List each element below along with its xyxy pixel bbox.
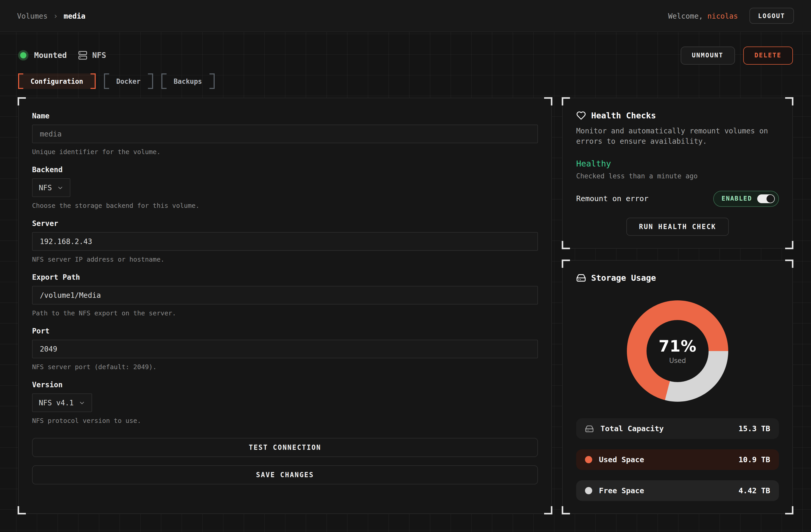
tab-docker[interactable]: Docker	[104, 74, 153, 89]
legend-label: Total Capacity	[600, 424, 663, 433]
remount-on-error-label: Remount on error	[576, 194, 648, 203]
unmount-button[interactable]: UNMOUNT	[680, 46, 735, 64]
backend-field-group: Backend NFS Choose the storage backend f…	[32, 166, 538, 209]
storage-donut-chart: 71% Used	[627, 300, 728, 402]
storage-title-row: Storage Usage	[576, 273, 779, 283]
corner-bracket-icon	[562, 241, 570, 249]
chevron-down-icon	[79, 400, 86, 406]
breadcrumb-current: media	[64, 12, 85, 20]
version-label: Version	[32, 380, 538, 389]
server-icon	[78, 51, 88, 60]
port-helper: NFS server port (default: 2049).	[32, 363, 538, 371]
legend-value: 10.9 TB	[739, 455, 770, 464]
legend-label: Used Space	[599, 455, 644, 464]
corner-bracket-icon	[562, 259, 570, 268]
export-path-label: Export Path	[32, 273, 538, 281]
storage-legend: Total Capacity 15.3 TB Used Space 10.9 T…	[576, 418, 779, 501]
export-path-helper: Path to the NFS export on the server.	[32, 309, 538, 317]
status-left: Mounted NFS	[18, 50, 106, 61]
server-label: Server	[32, 219, 538, 228]
corner-bracket-icon	[562, 97, 570, 106]
legend-row-used-space: Used Space 10.9 TB	[576, 449, 779, 470]
corner-bracket-icon	[544, 506, 552, 514]
server-field-group: Server NFS server IP address or hostname…	[32, 219, 538, 263]
legend-row-total-capacity: Total Capacity 15.3 TB	[576, 418, 779, 439]
corner-bracket-icon	[785, 241, 793, 249]
username: nicolas	[707, 12, 738, 20]
health-description: Monitor and automatically remount volume…	[576, 126, 779, 146]
mount-status: Mounted	[18, 50, 67, 61]
corner-bracket-icon	[562, 506, 570, 514]
test-connection-button[interactable]: TEST CONNECTION	[32, 438, 538, 457]
mount-status-label: Mounted	[34, 51, 67, 60]
mounted-status-dot-icon	[18, 50, 28, 61]
remount-toggle-label: ENABLED	[721, 195, 752, 202]
tab-bar: Configuration Docker Backups	[18, 74, 793, 89]
corner-bracket-icon	[544, 97, 552, 106]
heart-icon	[576, 111, 586, 121]
storage-panel-title: Storage Usage	[591, 273, 656, 283]
tab-backups[interactable]: Backups	[161, 74, 214, 89]
name-field-group: Name Unique identifier for the volume.	[32, 112, 538, 156]
tab-configuration[interactable]: Configuration	[18, 74, 96, 89]
legend-row-free-space: Free Space 4.42 TB	[576, 480, 779, 501]
status-buttons: UNMOUNT DELETE	[680, 46, 793, 64]
delete-button[interactable]: DELETE	[743, 46, 793, 64]
toggle-track	[757, 194, 775, 203]
backend-select[interactable]: NFS	[32, 178, 71, 197]
port-label: Port	[32, 327, 538, 335]
port-input[interactable]	[32, 340, 538, 358]
hard-drive-icon	[585, 424, 594, 433]
corner-bracket-icon	[18, 97, 26, 106]
legend-label: Free Space	[599, 486, 644, 495]
save-changes-button[interactable]: SAVE CHANGES	[32, 465, 538, 484]
version-select-value: NFS v4.1	[39, 398, 74, 407]
backend-helper: Choose the storage backend for this volu…	[32, 202, 538, 209]
remount-row: Remount on error ENABLED	[576, 190, 779, 206]
right-column: Health Checks Monitor and automatically …	[562, 98, 793, 514]
toggle-knob	[766, 195, 774, 202]
used-space-dot-icon	[585, 456, 592, 463]
version-helper: NFS protocol version to use.	[32, 417, 538, 424]
remount-toggle[interactable]: ENABLED	[713, 190, 779, 206]
health-last-checked: Checked less than a minute ago	[576, 172, 779, 179]
export-path-input[interactable]	[32, 286, 538, 304]
health-panel-title: Health Checks	[591, 111, 656, 121]
server-helper: NFS server IP address or hostname.	[32, 255, 538, 263]
hard-drive-icon	[576, 273, 586, 283]
storage-usage-panel: Storage Usage 71% Used	[562, 260, 793, 514]
name-helper: Unique identifier for the volume.	[32, 148, 538, 156]
donut-percent-caption: Used	[659, 357, 697, 364]
header-right: Welcome, nicolas LOGOUT	[668, 8, 794, 24]
donut-percent: 71%	[659, 337, 697, 355]
health-checks-panel: Health Checks Monitor and automatically …	[562, 98, 793, 248]
backend-label: Backend	[32, 166, 538, 174]
server-input[interactable]	[32, 232, 538, 251]
health-status-text: Healthy	[576, 158, 779, 168]
version-select[interactable]: NFS v4.1	[32, 393, 92, 412]
backend-badge-label: NFS	[92, 51, 106, 60]
port-field-group: Port NFS server port (default: 2049).	[32, 327, 538, 371]
configuration-panel: Name Unique identifier for the volume. B…	[18, 98, 552, 514]
content: Mounted NFS UNMOUNT DELETE	[0, 46, 811, 514]
logout-button[interactable]: LOGOUT	[749, 8, 794, 24]
free-space-dot-icon	[585, 487, 592, 494]
status-row: Mounted NFS UNMOUNT DELETE	[18, 46, 793, 65]
legend-value: 15.3 TB	[739, 424, 770, 433]
health-title-row: Health Checks	[576, 111, 779, 121]
welcome-prefix: Welcome,	[668, 12, 703, 20]
version-field-group: Version NFS v4.1 NFS protocol version to…	[32, 380, 538, 424]
top-bar: Volumes › media Welcome, nicolas LOGOUT	[0, 0, 811, 32]
corner-bracket-icon	[785, 259, 793, 268]
donut-center: 71% Used	[659, 337, 697, 364]
backend-badge: NFS	[78, 51, 106, 60]
run-health-check-button[interactable]: RUN HEALTH CHECK	[627, 217, 729, 235]
legend-value: 4.42 TB	[739, 486, 770, 495]
corner-bracket-icon	[785, 506, 793, 514]
breadcrumb-volumes-link[interactable]: Volumes	[17, 12, 48, 20]
page: Volumes › media Welcome, nicolas LOGOUT …	[0, 0, 811, 532]
chevron-down-icon	[57, 184, 64, 191]
main-row: Name Unique identifier for the volume. B…	[18, 98, 793, 514]
name-input[interactable]	[32, 125, 538, 143]
welcome-text: Welcome, nicolas	[668, 12, 738, 20]
